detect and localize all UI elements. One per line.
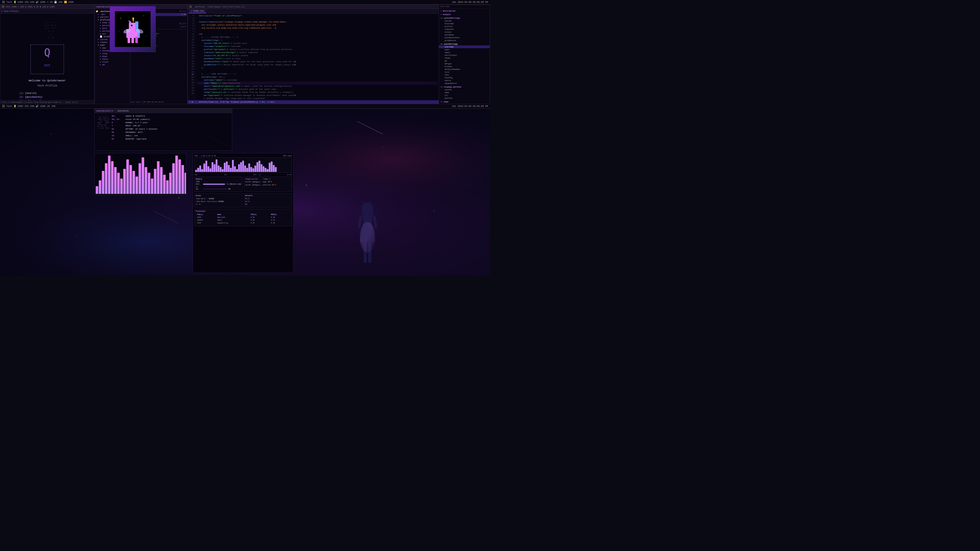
es-hostname[interactable]: hostname [439, 22, 490, 25]
pixel-art-preview: ✦ ✦ ★ ✦ ✦ [110, 6, 156, 52]
es-profile[interactable]: profile [439, 25, 490, 28]
net-zero: 0% [245, 203, 291, 206]
es-defaultroamdir[interactable]: defaultRoamDir [439, 68, 490, 71]
viz-bar [123, 169, 126, 194]
ft-dir-shell[interactable]: ▸ shell [95, 58, 130, 60]
cpu-bar [197, 168, 199, 172]
es-grubdevice[interactable]: grubDevice [439, 39, 490, 42]
proc-mem-2: 0.7% [270, 219, 290, 221]
memory-panel: Memory 100% RAM: 5.76G/8/2.01G 0% SW: 0% [194, 177, 242, 192]
cpu-bar [242, 161, 244, 172]
es-outputs[interactable]: ▾ outputs [439, 13, 490, 16]
tab-flake-nix[interactable]: λ flake.nix [189, 9, 206, 13]
es-font[interactable]: font [439, 73, 490, 76]
cpu-bar [199, 165, 201, 172]
es-fontpkg[interactable]: fontPkg [439, 76, 490, 79]
es-bootmountpath[interactable]: bootMountPath [439, 36, 490, 39]
es-spawmeditor[interactable]: spawnEditor [439, 82, 490, 85]
cpu-bar [246, 168, 248, 172]
es-np-patches[interactable]: patches [439, 97, 490, 100]
es-browser[interactable]: browser [439, 65, 490, 68]
viz-bar [135, 176, 138, 194]
es-wmtype[interactable]: wmType [439, 62, 490, 65]
viz-bar [102, 171, 104, 194]
temp-header: Temperatures Temp(°) [245, 178, 291, 180]
es-system-settings-section[interactable]: ▾▸ systemSettings [439, 16, 490, 19]
cpu-bar [195, 170, 197, 172]
pixel-art-svg: ✦ ✦ ★ ✦ ✦ [115, 11, 151, 47]
sb-file-size: 7.5k [189, 101, 194, 103]
es-pkgs[interactable]: ▾▸ pkgs [439, 100, 490, 103]
cpu-bar [255, 165, 256, 172]
editor-tabs[interactable]: λ flake.nix [188, 9, 439, 14]
es-header: OUTLINE [439, 5, 490, 9]
es-bootmode[interactable]: bootMode [439, 33, 490, 36]
code-content[interactable]: description = "Flake of LibrePhoenix"; o… [195, 14, 439, 100]
es-dotfilesdir[interactable]: dotfilesDir [439, 54, 490, 57]
qb-tabbar[interactable]: 1 Tech Profile [0, 9, 94, 14]
viz-bar [185, 173, 186, 194]
cpu-bar [230, 168, 232, 172]
ft-dir-style[interactable]: ▸ style [95, 60, 130, 63]
es-system[interactable]: system [439, 19, 490, 22]
ft-dir-wm[interactable]: ▸ wm [95, 63, 130, 66]
proc-mem-3: 0.1% [270, 222, 290, 224]
cpu-chart [194, 157, 292, 173]
es-np-system[interactable]: system [439, 88, 490, 91]
bottom-sb-battery: 🔋 100% [14, 105, 23, 108]
qb-content: .--. .--. | | | | '--' '--' \ / --- / \ … [0, 14, 94, 104]
proc-col-cpu: CPU(%) [250, 213, 269, 216]
code-line-19 [197, 69, 437, 73]
qb-welcome-text: Welcome to Qutebrowser [29, 79, 65, 82]
es-editor[interactable]: editor [439, 79, 490, 82]
es-nixpkgs-patched[interactable]: ▾▸ nixpkgs-patched [439, 85, 490, 88]
editor-sidebar[interactable]: OUTLINE ▾ description ▾ outputs ▾▸ syste… [439, 5, 490, 104]
es-term[interactable]: term [439, 71, 490, 73]
cpu-bar [234, 166, 236, 172]
svg-rect-7 [131, 25, 132, 26]
line-numbers: 1 2 3 4 5 6 7 8 9 10 11 12 13 14 15 16 1… [188, 14, 195, 100]
viz-bar [178, 159, 181, 194]
es-description[interactable]: ▾ description [439, 9, 490, 12]
code-line-17: grubDevice = ""; # device identifier for… [197, 63, 437, 66]
es-np-name[interactable]: name [439, 91, 490, 94]
qutebrowser-window: ⬛ Tech 100% ♫ 20% ♦ 100% ♦ 28 ♣ 10G ♠ 10… [0, 5, 94, 104]
viz-bar [132, 171, 135, 194]
music-visualizer [94, 153, 186, 195]
svg-point-33 [178, 197, 179, 198]
es-username[interactable]: username [439, 45, 490, 48]
neo-row-arch: Y ARCH: x86_64 [112, 124, 229, 127]
disk-stats: 0s 0% [196, 203, 241, 205]
es-user-settings-section[interactable]: ▾▸ userSettings [439, 42, 490, 45]
cpu-bar [205, 161, 207, 172]
es-wm[interactable]: wm [439, 59, 490, 62]
editor-title: ⬛ [189, 6, 192, 8]
bottom-sb-audio: 🔊 100% [36, 105, 45, 108]
code-line-8: # ----- SYSTEM SETTINGS ---- # [197, 36, 437, 39]
viz-bar [169, 173, 172, 194]
swap-label: 0% [196, 186, 241, 188]
cpu-bar [259, 161, 260, 172]
neo-row-shell: CN SHELL: zsh [112, 134, 229, 138]
proc-mem-1: 0.4% [270, 216, 290, 219]
cpu-bar [213, 164, 215, 172]
es-locale[interactable]: locale [439, 30, 490, 33]
svg-text:✦: ✦ [123, 41, 123, 42]
es-name[interactable]: name [439, 48, 490, 51]
bottom-sb-cpu: CPU 20% [25, 105, 35, 108]
es-email[interactable]: email [439, 51, 490, 54]
cpu-bar [269, 163, 270, 172]
cpu-bar [207, 166, 209, 172]
es-np-src[interactable]: src [439, 94, 490, 97]
es-timezone[interactable]: timezone [439, 28, 490, 30]
es-theme[interactable]: theme [439, 57, 490, 59]
qb-tab-active[interactable]: 1 Tech Profile [1, 10, 18, 12]
net-down: 54.8 [245, 200, 291, 203]
ft-dir-lang[interactable]: ▸ lang [95, 52, 130, 55]
viz-bar [163, 175, 165, 194]
es-pkgs-system[interactable]: system [439, 103, 490, 104]
code-line-13: timezone = "America/Chicago"; # select t… [197, 51, 437, 54]
ft-dir-pkgs[interactable]: ▸ pkgs [95, 55, 130, 58]
ram-row: RAM: 5.76G/8/2.01G [196, 183, 241, 185]
code-line-3: outputs = inputs${ self, nixpkgs, nixpkg… [197, 21, 437, 24]
